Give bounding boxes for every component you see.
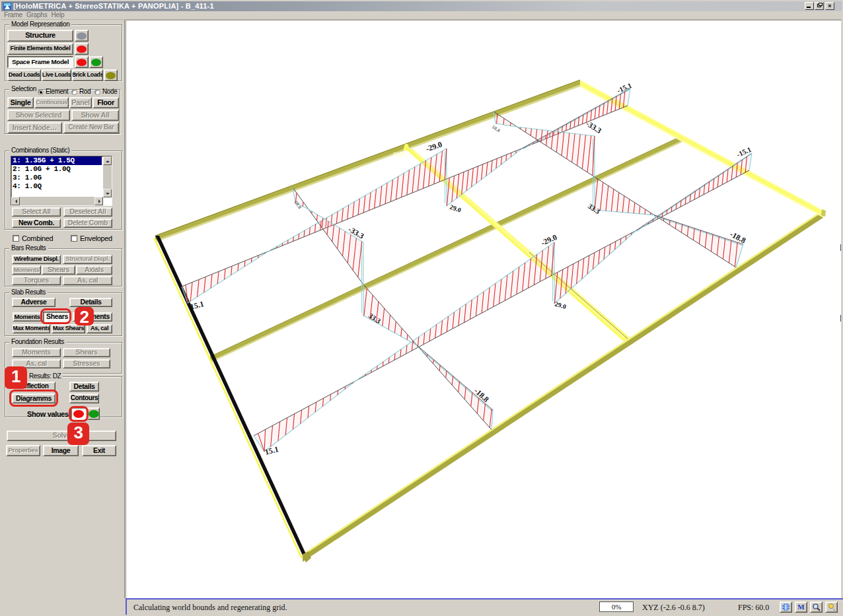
svg-text:29.0: 29.0: [554, 300, 567, 310]
svg-text:-29.0: -29.0: [540, 232, 559, 248]
svg-text:-33.3: -33.3: [584, 119, 603, 135]
svg-text:18.8: 18.8: [491, 123, 501, 133]
svg-text:15.1: 15.1: [189, 299, 205, 312]
svg-text:29.0: 29.0: [449, 203, 462, 214]
